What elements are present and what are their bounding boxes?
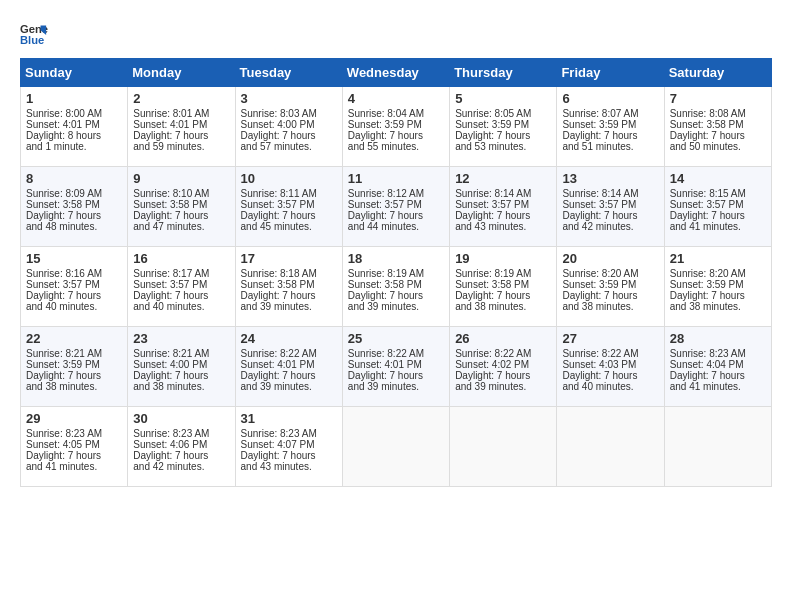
day-info-line: Sunset: 3:57 PM (455, 199, 551, 210)
day-info-line: Daylight: 7 hours (348, 290, 444, 301)
day-info-line: Daylight: 7 hours (241, 290, 337, 301)
weekday-header-monday: Monday (128, 59, 235, 87)
day-info-line: Sunrise: 8:18 AM (241, 268, 337, 279)
day-number: 2 (133, 91, 229, 106)
day-info-line: and 39 minutes. (348, 301, 444, 312)
day-number: 24 (241, 331, 337, 346)
calendar-week-row: 8Sunrise: 8:09 AMSunset: 3:58 PMDaylight… (21, 167, 772, 247)
day-info-line: Sunrise: 8:22 AM (455, 348, 551, 359)
day-info-line: Sunset: 3:58 PM (133, 199, 229, 210)
day-info-line: Daylight: 7 hours (670, 370, 766, 381)
day-info-line: and 42 minutes. (133, 461, 229, 472)
day-info-line: Sunset: 4:05 PM (26, 439, 122, 450)
day-info-line: Sunrise: 8:14 AM (455, 188, 551, 199)
day-info-line: and 57 minutes. (241, 141, 337, 152)
day-info-line: and 41 minutes. (670, 381, 766, 392)
calendar-cell: 21Sunrise: 8:20 AMSunset: 3:59 PMDayligh… (664, 247, 771, 327)
weekday-header-thursday: Thursday (450, 59, 557, 87)
calendar-cell: 2Sunrise: 8:01 AMSunset: 4:01 PMDaylight… (128, 87, 235, 167)
day-info-line: Daylight: 7 hours (455, 290, 551, 301)
calendar-cell: 31Sunrise: 8:23 AMSunset: 4:07 PMDayligh… (235, 407, 342, 487)
weekday-header-saturday: Saturday (664, 59, 771, 87)
day-info-line: Daylight: 7 hours (133, 450, 229, 461)
day-number: 1 (26, 91, 122, 106)
day-info-line: Daylight: 7 hours (562, 370, 658, 381)
day-info-line: Daylight: 7 hours (562, 290, 658, 301)
calendar-cell: 23Sunrise: 8:21 AMSunset: 4:00 PMDayligh… (128, 327, 235, 407)
calendar-cell: 6Sunrise: 8:07 AMSunset: 3:59 PMDaylight… (557, 87, 664, 167)
day-number: 27 (562, 331, 658, 346)
day-info-line: Sunrise: 8:14 AM (562, 188, 658, 199)
calendar-cell (664, 407, 771, 487)
day-info-line: Daylight: 7 hours (670, 290, 766, 301)
day-info-line: and 39 minutes. (241, 381, 337, 392)
page-header: General Blue (20, 20, 772, 48)
day-number: 26 (455, 331, 551, 346)
day-info-line: Sunset: 4:01 PM (348, 359, 444, 370)
day-info-line: Sunrise: 8:21 AM (133, 348, 229, 359)
day-info-line: Daylight: 7 hours (26, 290, 122, 301)
calendar-cell: 15Sunrise: 8:16 AMSunset: 3:57 PMDayligh… (21, 247, 128, 327)
day-info-line: Sunrise: 8:15 AM (670, 188, 766, 199)
day-number: 23 (133, 331, 229, 346)
calendar-cell: 18Sunrise: 8:19 AMSunset: 3:58 PMDayligh… (342, 247, 449, 327)
weekday-header-friday: Friday (557, 59, 664, 87)
day-info-line: Sunset: 3:57 PM (562, 199, 658, 210)
day-info-line: and 45 minutes. (241, 221, 337, 232)
calendar-cell: 9Sunrise: 8:10 AMSunset: 3:58 PMDaylight… (128, 167, 235, 247)
calendar-cell: 13Sunrise: 8:14 AMSunset: 3:57 PMDayligh… (557, 167, 664, 247)
calendar-cell: 25Sunrise: 8:22 AMSunset: 4:01 PMDayligh… (342, 327, 449, 407)
day-info-line: and 40 minutes. (562, 381, 658, 392)
day-number: 12 (455, 171, 551, 186)
day-number: 19 (455, 251, 551, 266)
calendar-cell: 28Sunrise: 8:23 AMSunset: 4:04 PMDayligh… (664, 327, 771, 407)
day-info-line: Daylight: 7 hours (133, 370, 229, 381)
day-info-line: and 41 minutes. (670, 221, 766, 232)
day-info-line: Sunrise: 8:16 AM (26, 268, 122, 279)
day-info-line: Daylight: 7 hours (241, 210, 337, 221)
day-info-line: and 48 minutes. (26, 221, 122, 232)
day-info-line: Daylight: 7 hours (348, 370, 444, 381)
calendar-cell: 12Sunrise: 8:14 AMSunset: 3:57 PMDayligh… (450, 167, 557, 247)
day-info-line: Sunset: 3:58 PM (241, 279, 337, 290)
day-number: 15 (26, 251, 122, 266)
day-info-line: and 39 minutes. (241, 301, 337, 312)
calendar-cell: 29Sunrise: 8:23 AMSunset: 4:05 PMDayligh… (21, 407, 128, 487)
day-info-line: Daylight: 7 hours (670, 210, 766, 221)
day-number: 4 (348, 91, 444, 106)
calendar-cell: 8Sunrise: 8:09 AMSunset: 3:58 PMDaylight… (21, 167, 128, 247)
calendar-cell: 30Sunrise: 8:23 AMSunset: 4:06 PMDayligh… (128, 407, 235, 487)
calendar-week-row: 22Sunrise: 8:21 AMSunset: 3:59 PMDayligh… (21, 327, 772, 407)
day-info-line: and 55 minutes. (348, 141, 444, 152)
day-info-line: Daylight: 7 hours (348, 130, 444, 141)
day-info-line: Sunset: 4:02 PM (455, 359, 551, 370)
day-info-line: Sunset: 3:58 PM (455, 279, 551, 290)
calendar-week-row: 29Sunrise: 8:23 AMSunset: 4:05 PMDayligh… (21, 407, 772, 487)
day-number: 21 (670, 251, 766, 266)
day-number: 29 (26, 411, 122, 426)
day-info-line: Sunset: 4:06 PM (133, 439, 229, 450)
day-info-line: Daylight: 7 hours (133, 130, 229, 141)
day-info-line: and 1 minute. (26, 141, 122, 152)
day-number: 11 (348, 171, 444, 186)
day-info-line: Daylight: 7 hours (562, 130, 658, 141)
day-info-line: Sunset: 4:01 PM (133, 119, 229, 130)
day-info-line: and 40 minutes. (133, 301, 229, 312)
day-info-line: Sunrise: 8:22 AM (562, 348, 658, 359)
weekday-header-sunday: Sunday (21, 59, 128, 87)
day-info-line: Sunrise: 8:23 AM (670, 348, 766, 359)
day-info-line: Daylight: 7 hours (241, 370, 337, 381)
calendar-cell: 27Sunrise: 8:22 AMSunset: 4:03 PMDayligh… (557, 327, 664, 407)
calendar-cell: 24Sunrise: 8:22 AMSunset: 4:01 PMDayligh… (235, 327, 342, 407)
day-info-line: Sunset: 4:00 PM (241, 119, 337, 130)
day-number: 8 (26, 171, 122, 186)
day-number: 6 (562, 91, 658, 106)
calendar-cell: 4Sunrise: 8:04 AMSunset: 3:59 PMDaylight… (342, 87, 449, 167)
day-info-line: Sunset: 3:57 PM (133, 279, 229, 290)
day-info-line: Sunrise: 8:10 AM (133, 188, 229, 199)
day-number: 3 (241, 91, 337, 106)
day-number: 14 (670, 171, 766, 186)
day-number: 31 (241, 411, 337, 426)
day-info-line: and 38 minutes. (670, 301, 766, 312)
calendar-table: SundayMondayTuesdayWednesdayThursdayFrid… (20, 58, 772, 487)
